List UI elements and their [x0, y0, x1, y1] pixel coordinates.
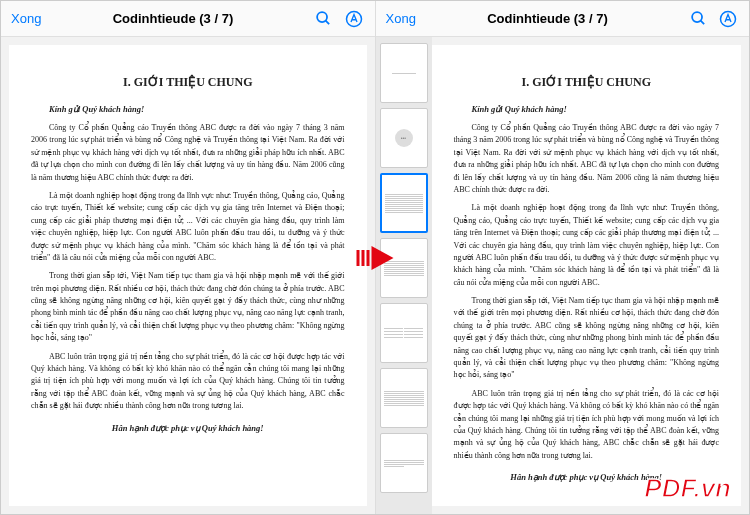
- toolbar: Xong Codinhtieude (3 / 7): [376, 1, 750, 37]
- markup-icon[interactable]: [717, 8, 739, 30]
- pdf-viewer-right: Xong Codinhtieude (3 / 7) ••• I. GIỚI TH…: [376, 1, 750, 514]
- section-heading: I. GIỚI THIỆU CHUNG: [31, 75, 345, 90]
- svg-line-4: [700, 21, 704, 25]
- page-thumbnail-5[interactable]: [380, 303, 428, 363]
- paragraph: Công ty Cổ phần Quảng cáo Truyền thông A…: [454, 122, 720, 196]
- greeting-text: Kính gửi Quý khách hàng!: [31, 104, 345, 114]
- document-page[interactable]: I. GIỚI THIỆU CHUNG Kính gửi Quý khách h…: [432, 45, 742, 506]
- closing-text: Hân hạnh được phục vụ Quý khách hàng!: [31, 423, 345, 433]
- page-thumbnail-7[interactable]: [380, 433, 428, 493]
- page-thumbnail-2[interactable]: •••: [380, 108, 428, 168]
- paragraph: ABC luôn trân trọng giá trị nền tảng cho…: [31, 351, 345, 413]
- markup-icon[interactable]: [343, 8, 365, 30]
- toolbar: Xong Codinhtieude (3 / 7): [1, 1, 375, 37]
- svg-point-3: [692, 12, 702, 22]
- pdf-viewer-left: Xong Codinhtieude (3 / 7) I. GIỚI THIỆU …: [1, 1, 376, 514]
- document-title: Codinhtieude (3 / 7): [41, 11, 304, 26]
- paragraph: Công ty Cổ phần Quảng cáo Truyền thông A…: [31, 122, 345, 184]
- paragraph: ABC luôn trân trọng giá trị nền tảng cho…: [454, 388, 720, 462]
- section-heading: I. GIỚI THIỆU CHUNG: [454, 75, 720, 90]
- document-title: Codinhtieude (3 / 7): [416, 11, 679, 26]
- thumbnail-sidebar[interactable]: •••: [376, 37, 432, 514]
- search-icon[interactable]: [313, 8, 335, 30]
- svg-point-0: [317, 12, 327, 22]
- page-thumbnail-3[interactable]: [380, 173, 428, 233]
- paragraph: Là một doanh nghiệp hoạt động trong đa l…: [454, 202, 720, 289]
- paragraph: Trong thời gian sắp tới, Việt Nam tiếp t…: [31, 270, 345, 344]
- transition-arrow-icon: [357, 246, 394, 270]
- paragraph: Trong thời gian sắp tới, Việt Nam tiếp t…: [454, 295, 720, 382]
- greeting-text: Kính gửi Quý khách hàng!: [454, 104, 720, 114]
- paragraph: Là một doanh nghiệp hoạt động trong đa l…: [31, 190, 345, 264]
- done-button[interactable]: Xong: [386, 11, 416, 26]
- page-thumbnail-1[interactable]: [380, 43, 428, 103]
- done-button[interactable]: Xong: [11, 11, 41, 26]
- search-icon[interactable]: [687, 8, 709, 30]
- page-thumbnail-6[interactable]: [380, 368, 428, 428]
- document-page[interactable]: I. GIỚI THIỆU CHUNG Kính gửi Quý khách h…: [9, 45, 367, 506]
- watermark-text: PDF.vn: [644, 473, 731, 504]
- svg-line-1: [326, 21, 330, 25]
